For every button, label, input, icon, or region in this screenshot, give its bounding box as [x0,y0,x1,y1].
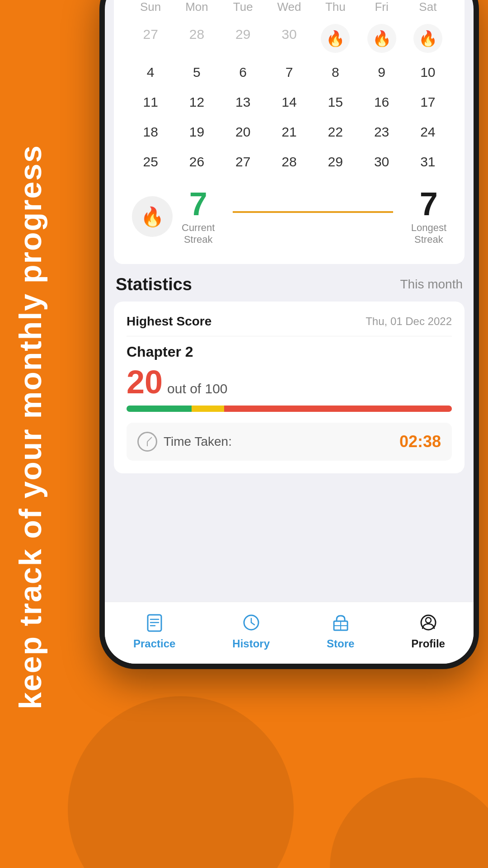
cal-header-mon: Mon [174,0,220,18]
svg-point-11 [426,618,431,623]
cal-day-31: 31 [405,149,451,175]
cal-row-5: 25 26 27 28 29 30 31 [127,149,451,175]
phone-screen: Sun Mon Tue Wed Thu Fri Sat 27 28 29 30 … [105,0,474,664]
cal-day-23: 23 [358,119,404,145]
store-icon [329,611,352,634]
current-streak-label: CurrentStreak [182,222,215,246]
cal-day-26: 26 [174,149,220,175]
cal-day-30b: 30 [358,149,404,175]
calendar-grid: Sun Mon Tue Wed Thu Fri Sat 27 28 29 30 … [127,0,451,250]
nav-item-store[interactable]: Store [327,611,354,650]
cal-day-16: 16 [358,89,404,115]
cal-day-28b: 28 [266,149,312,175]
cal-day-29b: 29 [312,149,358,175]
cal-day-11: 11 [127,89,174,115]
cal-day-19: 19 [174,119,220,145]
cal-day-27: 27 [127,21,174,56]
progress-yellow [192,406,224,412]
statistics-title: Statistics [116,275,192,294]
calendar-section: Sun Mon Tue Wed Thu Fri Sat 27 28 29 30 … [114,0,465,264]
cal-row-4: 18 19 20 21 22 23 24 [127,119,451,145]
streak-fire-icon: 🔥 [141,206,164,228]
current-streak-number: 7 [182,188,215,220]
bottom-nav: Practice History [105,602,474,664]
stats-card-header: Highest Score Thu, 01 Dec 2022 [127,314,452,336]
stats-header: Statistics This month [105,264,474,302]
cal-day-24: 24 [405,119,451,145]
longest-streak-label: LongestStreak [411,222,446,246]
deco-circle-1 [68,696,294,868]
fire-icon-sat: 🔥 [418,29,437,47]
cal-header-tue: Tue [220,0,266,18]
cal-header-sat: Sat [405,0,451,18]
time-taken-left: Time Taken: [137,432,232,452]
progress-red [224,406,452,412]
stats-card: Highest Score Thu, 01 Dec 2022 Chapter 2… [114,302,465,473]
cal-day-27b: 27 [220,149,266,175]
cal-day-20: 20 [220,119,266,145]
cal-day-14: 14 [266,89,312,115]
cal-header-wed: Wed [266,0,312,18]
nav-item-practice[interactable]: Practice [133,611,175,650]
cal-day-12: 12 [174,89,220,115]
fire-icon-thu: 🔥 [326,29,345,47]
nav-item-profile[interactable]: Profile [411,611,445,650]
cal-day-15: 15 [312,89,358,115]
background-tagline: keep track of your monthly progress [14,145,99,709]
deco-circle-2 [330,778,488,868]
cal-fire-sat: 🔥 [405,21,451,56]
phone-frame: Sun Mon Tue Wed Thu Fri Sat 27 28 29 30 … [99,0,479,669]
score-progress-bar [127,406,452,412]
longest-streak-number: 7 [411,188,446,220]
nav-label-profile: Profile [411,637,445,650]
chapter-label: Chapter 2 [127,344,452,360]
nav-label-practice: Practice [133,637,175,650]
time-value: 02:38 [399,432,441,451]
cal-day-22: 22 [312,119,358,145]
cal-day-25: 25 [127,149,174,175]
nav-label-store: Store [327,637,354,650]
cal-day-29: 29 [220,21,266,56]
time-taken-label: Time Taken: [164,434,232,449]
cal-day-13: 13 [220,89,266,115]
cal-day-10: 10 [405,59,451,85]
nav-item-history[interactable]: History [232,611,270,650]
cal-day-8: 8 [312,59,358,85]
nav-label-history: History [232,637,270,650]
cal-header-fri: Fri [358,0,404,18]
cal-row-1: 27 28 29 30 🔥 🔥 🔥 [127,21,451,56]
statistics-period: This month [400,277,463,292]
practice-icon [143,611,166,634]
cal-day-30: 30 [266,21,312,56]
cal-day-28: 28 [174,21,220,56]
score-number: 20 [127,366,163,398]
cal-day-18: 18 [127,119,174,145]
score-display: 20 out of 100 [127,366,452,398]
cal-row-2: 4 5 6 7 8 9 10 [127,59,451,85]
time-taken-box: Time Taken: 02:38 [127,423,452,461]
progress-green [127,406,192,412]
streak-flame-circle: 🔥 [132,196,173,237]
longest-streak-item: 7 LongestStreak [411,188,446,246]
cal-day-17: 17 [405,89,451,115]
history-icon [240,611,263,634]
cal-day-5: 5 [174,59,220,85]
cal-fire-fri: 🔥 [358,21,404,56]
cal-day-7: 7 [266,59,312,85]
clock-icon [137,432,157,452]
cal-header-sun: Sun [127,0,174,18]
cal-day-6: 6 [220,59,266,85]
cal-fire-thu: 🔥 [312,21,358,56]
fire-icon-fri: 🔥 [372,29,391,47]
cal-header-thu: Thu [312,0,358,18]
content-spacer [105,473,474,602]
current-streak-item: 7 CurrentStreak [182,188,215,246]
cal-day-9: 9 [358,59,404,85]
svg-line-6 [251,623,254,625]
cal-row-3: 11 12 13 14 15 16 17 [127,89,451,115]
profile-icon [417,611,440,634]
cal-day-21: 21 [266,119,312,145]
streak-section: 🔥 7 CurrentStreak 7 LongestStreak [127,179,451,250]
highest-score-label: Highest Score [127,314,211,329]
calendar-header-row: Sun Mon Tue Wed Thu Fri Sat [127,0,451,18]
